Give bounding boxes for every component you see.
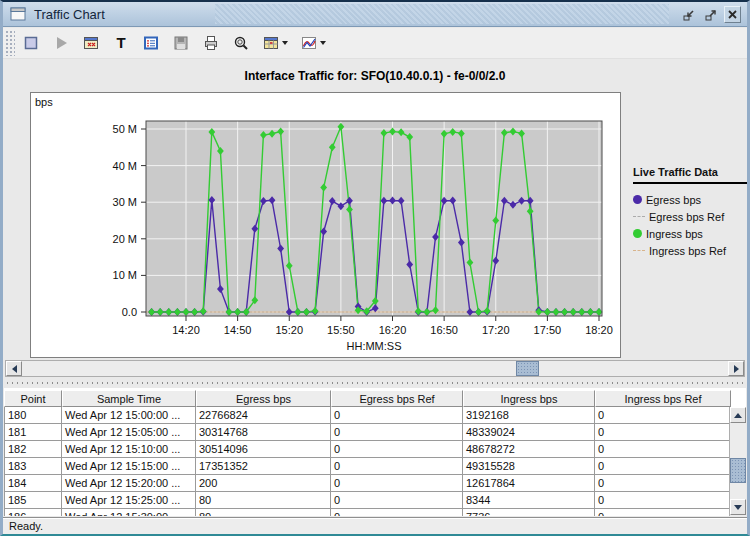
scroll-left-button[interactable] xyxy=(6,361,22,376)
table-view-icon xyxy=(262,34,280,52)
scroll-right-button[interactable] xyxy=(728,361,744,376)
save-button[interactable] xyxy=(169,31,193,55)
table-cell: Wed Apr 12 15:00:00 ... xyxy=(62,407,196,424)
svg-text:40 M: 40 M xyxy=(113,160,137,172)
svg-text:17:20: 17:20 xyxy=(482,324,510,336)
table-cell: Wed Apr 12 15:10:00 ... xyxy=(62,441,196,458)
maximize-button[interactable] xyxy=(702,6,719,23)
scroll-down-button[interactable] xyxy=(730,499,746,515)
zoom-button[interactable] xyxy=(229,31,253,55)
table-cell: 0 xyxy=(595,475,731,492)
up-arrow-icon xyxy=(734,413,742,418)
pause-icon xyxy=(22,34,40,52)
svg-text:10 M: 10 M xyxy=(113,269,137,281)
svg-text:16:20: 16:20 xyxy=(379,324,407,336)
y-axis-unit-label: bps xyxy=(35,96,53,108)
chart-view-icon xyxy=(300,34,318,52)
chart-horizontal-scrollbar[interactable] xyxy=(5,360,745,377)
table-header: PointSample TimeEgress bpsEgress bps Ref… xyxy=(4,390,746,407)
left-arrow-icon xyxy=(12,365,17,373)
toggle-legend-button[interactable] xyxy=(139,31,163,55)
svg-text:17:50: 17:50 xyxy=(534,324,562,336)
table-row[interactable]: 180Wed Apr 12 15:00:00 ...22766824031921… xyxy=(4,407,746,424)
header-cell-ingress-bps-ref[interactable]: Ingress bps Ref xyxy=(595,390,731,407)
table-body: 180Wed Apr 12 15:00:00 ...22766824031921… xyxy=(4,407,746,516)
table-cell: 0 xyxy=(331,475,463,492)
table-view-button[interactable] xyxy=(259,31,291,55)
svg-text:14:50: 14:50 xyxy=(224,324,252,336)
table-row[interactable]: 181Wed Apr 12 15:05:00 ...30314768048339… xyxy=(4,424,746,441)
header-cell-egress-bps-ref[interactable]: Egress bps Ref xyxy=(331,390,463,407)
table-cell: 7736 xyxy=(463,509,595,516)
header-cell-ingress-bps[interactable]: Ingress bps xyxy=(463,390,595,407)
series-dash-icon xyxy=(633,216,645,217)
toolbar-grip[interactable] xyxy=(5,30,15,56)
title-text-icon: T xyxy=(112,34,130,52)
svg-text:0.0: 0.0 xyxy=(122,306,137,318)
titlebar[interactable]: Traffic Chart xyxy=(3,2,747,27)
table-cell: 186 xyxy=(4,509,62,516)
legend-entry: Egress bps Ref xyxy=(633,208,747,225)
table-cell: 0 xyxy=(331,509,463,516)
svg-text:18:20: 18:20 xyxy=(585,324,613,336)
table-row[interactable]: 184Wed Apr 12 15:20:00 ...2000126178640 xyxy=(4,475,746,492)
table-cell: 0 xyxy=(595,407,731,424)
table-cell: 49315528 xyxy=(463,458,595,475)
table-row[interactable]: 183Wed Apr 12 15:15:00 ...17351352049315… xyxy=(4,458,746,475)
series-dash-icon xyxy=(633,250,645,251)
print-button[interactable] xyxy=(199,31,223,55)
horizontal-scroll-thumb[interactable] xyxy=(516,361,539,376)
table-cell: 180 xyxy=(4,407,62,424)
close-button[interactable] xyxy=(724,6,741,23)
svg-text:15:20: 15:20 xyxy=(275,324,303,336)
legend-entry: Ingress bps Ref xyxy=(633,242,747,259)
table-vertical-scrollbar[interactable] xyxy=(729,407,746,516)
svg-text:T: T xyxy=(116,34,125,51)
pause-chart-button[interactable] xyxy=(19,31,43,55)
close-icon xyxy=(726,8,739,21)
table-cell: 0 xyxy=(331,458,463,475)
svg-text:20 M: 20 M xyxy=(113,233,137,245)
legend-icon xyxy=(142,34,160,52)
table-cell: 30514096 xyxy=(196,441,331,458)
table-cell: 0 xyxy=(331,441,463,458)
toggle-title-button[interactable]: T xyxy=(109,31,133,55)
legend-entry: Ingress bps xyxy=(633,225,747,242)
table-cell: 0 xyxy=(595,441,731,458)
splitter-handle[interactable] xyxy=(5,379,745,387)
chart-properties-button[interactable] xyxy=(79,31,103,55)
table-cell: 8344 xyxy=(463,492,595,509)
legend-label: Egress bps xyxy=(646,194,701,206)
table-row[interactable]: 182Wed Apr 12 15:10:00 ...30514096048678… xyxy=(4,441,746,458)
table-row[interactable]: 185Wed Apr 12 15:25:00 ...80083440 xyxy=(4,492,746,509)
header-cell-point[interactable]: Point xyxy=(4,390,62,407)
table-cell: 80 xyxy=(196,492,331,509)
legend-entry: Egress bps xyxy=(633,191,747,208)
table-cell: 80 xyxy=(196,509,331,516)
chart-view-button[interactable] xyxy=(297,31,329,55)
table-cell: 0 xyxy=(595,492,731,509)
chart-legend: Live Traffic Data Egress bpsEgress bps R… xyxy=(633,166,747,259)
header-cell-egress-bps[interactable]: Egress bps xyxy=(196,390,331,407)
status-text: Ready. xyxy=(9,520,43,532)
svg-text:HH:MM:SS: HH:MM:SS xyxy=(347,340,402,352)
scroll-up-button[interactable] xyxy=(730,407,746,423)
titlebar-texture xyxy=(215,4,669,24)
table-cell: 12617864 xyxy=(463,475,595,492)
restore-button[interactable] xyxy=(680,6,697,23)
table-cell: Wed Apr 12 15:05:00 ... xyxy=(62,424,196,441)
legend-entries: Egress bpsEgress bps RefIngress bpsIngre… xyxy=(633,191,747,259)
table-cell: 200 xyxy=(196,475,331,492)
table-cell: 22766824 xyxy=(196,407,331,424)
resume-chart-button[interactable] xyxy=(49,31,73,55)
table-cell: 30314768 xyxy=(196,424,331,441)
data-table: PointSample TimeEgress bpsEgress bps Ref… xyxy=(4,388,746,516)
legend-label: Ingress bps xyxy=(646,228,703,240)
legend-label: Egress bps Ref xyxy=(649,211,724,223)
vertical-scroll-thumb[interactable] xyxy=(730,458,746,483)
header-cell-sample-time[interactable]: Sample Time xyxy=(62,390,196,407)
table-cell: Wed Apr 12 15:30:00 ... xyxy=(62,509,196,516)
svg-text:30 M: 30 M xyxy=(113,196,137,208)
table-cell: 48339024 xyxy=(463,424,595,441)
table-row[interactable]: 186Wed Apr 12 15:30:00 ...80077360 xyxy=(4,509,746,516)
